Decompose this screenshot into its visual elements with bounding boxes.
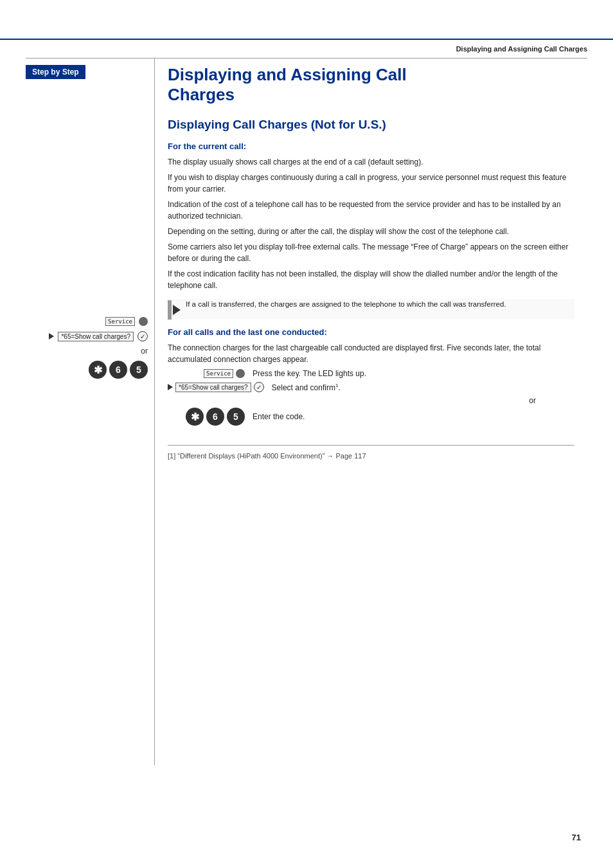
star-icon: ✱: [89, 361, 107, 379]
led-circle-icon: [139, 317, 148, 326]
or-divider: or: [26, 347, 154, 356]
subsection2-title: For all calls and the last one conducted…: [168, 327, 574, 337]
check-circle-icon: ✓: [138, 331, 148, 341]
step3-five-icon: 5: [227, 408, 245, 426]
play-icon: [49, 333, 54, 339]
step3-row: ✱ 6 5 Enter the code.: [168, 408, 574, 426]
step1-description: Press the key. The LED lights up.: [253, 369, 574, 378]
step1-led: [236, 369, 245, 378]
header-title: Displaying and Assigning Call Charges: [456, 45, 587, 53]
para1: The display usually shows call charges a…: [168, 156, 574, 168]
star65-label: *65=Show call charges?: [58, 332, 134, 341]
content-area: Displaying and Assigning Call Charges Di…: [154, 59, 587, 765]
para7: The connection charges for the last char…: [168, 342, 574, 365]
subsection1-title: For the current call:: [168, 141, 574, 151]
step2-play-icon: [168, 384, 173, 390]
note-bar: [168, 300, 172, 320]
para3: Indication of the cost of a telephone ca…: [168, 199, 574, 222]
note-arrow-icon: [173, 305, 181, 315]
sidebar: Step by Step Service *65=Show call charg…: [26, 59, 154, 765]
footnote-text: [1] “Different Displays (HiPath 4000 Env…: [168, 452, 574, 460]
note-box: If a call is transferred, the charges ar…: [168, 299, 574, 320]
service-key-label: Service: [105, 317, 135, 326]
para4: Depending on the setting, during or afte…: [168, 226, 574, 237]
para2: If you wish to display charges continuou…: [168, 172, 574, 195]
step2-left: *65=Show call charges? ✓: [168, 382, 264, 392]
step3-description: Enter the code.: [253, 412, 574, 421]
step3-left: ✱ 6 5: [168, 408, 245, 426]
code-icons: ✱ 6 5: [26, 361, 154, 379]
para5: Some carriers also let you display toll-…: [168, 241, 574, 264]
sidebar-service-row: Service: [26, 317, 154, 326]
step1-left: Service: [168, 369, 245, 378]
main-layout: Step by Step Service *65=Show call charg…: [26, 58, 587, 765]
step1-service-key: Service: [204, 369, 233, 378]
note-icon: [168, 300, 181, 320]
page-main-title: Displaying and Assigning Call Charges: [168, 65, 574, 105]
step3-star-icon: ✱: [186, 408, 204, 426]
step2-check: ✓: [254, 382, 264, 392]
step3-six-icon: 6: [206, 408, 224, 426]
page-number: 71: [572, 833, 581, 842]
para6: If the cost indication facility has not …: [168, 268, 574, 291]
footnote-area: [1] “Different Displays (HiPath 4000 Env…: [168, 445, 574, 460]
five-icon: 5: [130, 361, 148, 379]
six-icon: 6: [109, 361, 127, 379]
or-label: or: [168, 396, 574, 405]
section1-title: Displaying Call Charges (Not for U.S.): [168, 118, 574, 132]
step-by-step-badge: Step by Step: [26, 65, 85, 79]
step1-row: Service Press the key. The LED lights up…: [168, 369, 574, 378]
page-header: Displaying and Assigning Call Charges: [0, 39, 613, 58]
note-text: If a call is transferred, the charges ar…: [186, 299, 574, 310]
step2-row: *65=Show call charges? ✓ Select and conf…: [168, 382, 574, 392]
sidebar-actions: Service *65=Show call charges? ✓ or ✱ 6 …: [26, 317, 154, 379]
step2-menu-label: *65=Show call charges?: [175, 383, 251, 392]
step2-description: Select and confirm1.: [272, 383, 574, 392]
sidebar-star65-row: *65=Show call charges? ✓: [26, 331, 154, 341]
